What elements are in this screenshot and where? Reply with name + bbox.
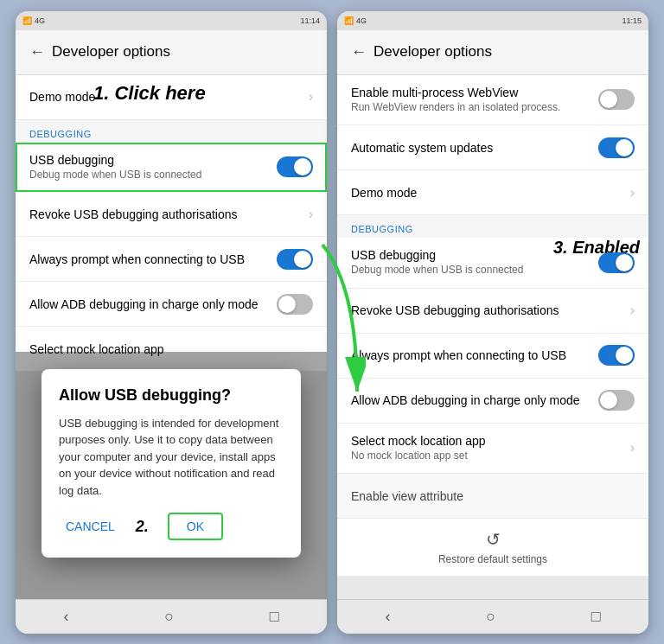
dialog-overlay: Allow USB debugging? USB debugging is in… xyxy=(16,352,327,599)
home-nav-icon-right[interactable]: ○ xyxy=(486,608,495,626)
status-bar-left: 📶 4G 11:14 xyxy=(16,11,327,30)
usb-debug-subtitle-right: Debug mode when USB is connected xyxy=(351,264,591,277)
right-scroll-content: Enable multi-process WebView Run WebView… xyxy=(337,75,648,599)
allow-adb-item-right[interactable]: Allow ADB debugging in charge only mode xyxy=(337,379,648,424)
usb-debug-subtitle-left: Debug mode when USB is connected xyxy=(29,169,270,182)
enable-view-item[interactable]: Enable view attribute xyxy=(337,474,648,519)
right-phone: 📶 4G 11:15 ← Developer options Enable mu… xyxy=(337,11,648,634)
right-app-bar: ← Developer options xyxy=(337,30,648,75)
back-nav-icon-right[interactable]: ‹ xyxy=(385,608,390,626)
debugging-section-left: DEBUGGING xyxy=(16,120,327,143)
dialog-actions: CANCEL 2. OK xyxy=(59,513,284,540)
always-prompt-title-left: Always prompt when connecting to USB xyxy=(29,252,270,266)
usb-debugging-item-left[interactable]: USB debugging Debug mode when USB is con… xyxy=(16,143,327,193)
click-annotation: 1. Click here xyxy=(93,82,206,105)
revoke-usb-title-left: Revoke USB debugging authorisations xyxy=(29,207,302,221)
demo-mode-item-right[interactable]: Demo mode › xyxy=(337,170,648,215)
recent-nav-icon-left[interactable]: □ xyxy=(270,608,279,626)
allow-adb-title-left: Allow ADB debugging in charge only mode xyxy=(29,297,270,311)
multiprocess-subtitle: Run WebView renders in an isolated proce… xyxy=(351,101,591,115)
select-mock-item-right[interactable]: Select mock location app No mock locatio… xyxy=(337,424,648,475)
right-app-title: Developer options xyxy=(374,43,492,61)
usb-debug-dialog: Allow USB debugging? USB debugging is in… xyxy=(42,369,301,558)
allow-adb-toggle-left[interactable] xyxy=(277,294,313,315)
multiprocess-item[interactable]: Enable multi-process WebView Run WebView… xyxy=(337,75,648,126)
home-nav-icon-left[interactable]: ○ xyxy=(164,608,174,626)
usb-debug-toggle-left[interactable] xyxy=(277,156,313,177)
restore-icon: ↺ xyxy=(486,529,501,550)
time-right: 11:15 xyxy=(622,16,642,25)
auto-updates-title: Automatic system updates xyxy=(351,141,591,155)
ok-button[interactable]: OK xyxy=(168,513,223,540)
multiprocess-text: Enable multi-process WebView Run WebView… xyxy=(351,86,591,115)
multiprocess-toggle[interactable] xyxy=(598,89,635,110)
revoke-usb-chevron-right: › xyxy=(630,303,635,318)
signal-icon-right: 📶 xyxy=(344,16,354,25)
demo-mode-title-right: Demo mode xyxy=(351,186,623,200)
multiprocess-title: Enable multi-process WebView xyxy=(351,86,591,99)
allow-adb-text-right: Allow ADB debugging in charge only mode xyxy=(351,393,591,407)
revoke-usb-item-left[interactable]: Revoke USB debugging authorisations › xyxy=(16,192,327,237)
always-prompt-toggle-right[interactable] xyxy=(598,345,635,366)
cancel-button[interactable]: CANCEL xyxy=(59,514,122,539)
dialog-body: USB debugging is intended for developmen… xyxy=(59,415,284,500)
usb-debug-toggle-right[interactable] xyxy=(598,252,635,273)
network-type: 4G xyxy=(35,16,45,25)
select-mock-chevron-right: › xyxy=(630,440,635,456)
allow-adb-item-left[interactable]: Allow ADB debugging in charge only mode xyxy=(16,282,327,327)
demo-mode-text-right: Demo mode xyxy=(351,186,623,200)
revoke-usb-text-right: Revoke USB debugging authorisations xyxy=(351,303,623,317)
always-prompt-title-right: Always prompt when connecting to USB xyxy=(351,348,591,362)
always-prompt-toggle-left[interactable] xyxy=(277,249,313,270)
status-bar-right-left-icons: 📶 4G xyxy=(344,16,367,25)
left-app-title: Developer options xyxy=(52,43,170,61)
revoke-usb-chevron-left: › xyxy=(309,207,313,222)
demo-mode-label-left: Demo mode xyxy=(29,90,95,104)
always-prompt-item-left[interactable]: Always prompt when connecting to USB xyxy=(16,237,327,282)
auto-updates-item[interactable]: Automatic system updates xyxy=(337,125,648,170)
always-prompt-text-right: Always prompt when connecting to USB xyxy=(351,348,591,362)
demo-mode-chevron-right: › xyxy=(630,185,635,201)
auto-updates-text: Automatic system updates xyxy=(351,141,591,155)
status-bar-right-right-icons: 11:15 xyxy=(622,16,642,25)
status-bar-right-icons: 11:14 xyxy=(300,16,320,25)
usb-debug-text-left: USB debugging Debug mode when USB is con… xyxy=(29,153,270,182)
nav-bar-left: ‹ ○ □ xyxy=(16,599,327,634)
select-mock-subtitle-right: No mock location app set xyxy=(351,450,623,463)
select-mock-text-right: Select mock location app No mock locatio… xyxy=(351,434,623,463)
back-button-left[interactable]: ← xyxy=(29,43,45,61)
back-nav-icon-left[interactable]: ‹ xyxy=(63,608,68,626)
restore-default-item[interactable]: ↺ Restore default settings xyxy=(337,519,648,577)
dialog-title: Allow USB debugging? xyxy=(59,386,284,405)
enable-view-text: Enable view attribute xyxy=(351,489,635,503)
right-phone-content: ← Developer options Enable multi-process… xyxy=(337,30,648,634)
back-button-right[interactable]: ← xyxy=(351,43,367,61)
usb-debugging-item-right[interactable]: USB debugging Debug mode when USB is con… xyxy=(337,238,648,289)
always-prompt-text-left: Always prompt when connecting to USB xyxy=(29,252,270,266)
left-phone-content: ← Developer options Demo mode 1. Click h… xyxy=(16,30,327,634)
left-scroll-content: Demo mode 1. Click here › DEBUGGING USB … xyxy=(16,75,327,599)
revoke-usb-text-left: Revoke USB debugging authorisations xyxy=(29,207,302,221)
usb-debug-title-left: USB debugging xyxy=(29,153,270,167)
recent-nav-icon-right[interactable]: □ xyxy=(591,608,601,626)
debugging-section-right: DEBUGGING xyxy=(337,215,648,238)
revoke-usb-item-right[interactable]: Revoke USB debugging authorisations › xyxy=(337,289,648,334)
left-app-bar: ← Developer options xyxy=(16,30,327,75)
status-bar-right: 📶 4G 11:15 xyxy=(337,11,648,30)
left-phone: 📶 4G 11:14 ← Developer options Demo mode… xyxy=(16,11,327,634)
time-left: 11:14 xyxy=(300,16,320,25)
restore-label: Restore default settings xyxy=(438,553,547,565)
demo-mode-item-left[interactable]: Demo mode 1. Click here › xyxy=(16,75,327,120)
status-bar-left-icons: 📶 4G xyxy=(22,16,45,25)
allow-adb-toggle-right[interactable] xyxy=(598,390,635,411)
signal-icon: 📶 xyxy=(22,16,32,25)
allow-adb-title-right: Allow ADB debugging in charge only mode xyxy=(351,393,591,407)
select-mock-title-right: Select mock location app xyxy=(351,434,623,448)
enable-view-title: Enable view attribute xyxy=(351,489,635,503)
demo-mode-chevron: › xyxy=(309,89,313,105)
allow-adb-text-left: Allow ADB debugging in charge only mode xyxy=(29,297,270,311)
auto-updates-toggle[interactable] xyxy=(598,137,635,158)
always-prompt-item-right[interactable]: Always prompt when connecting to USB xyxy=(337,334,648,379)
network-type-right: 4G xyxy=(356,16,367,25)
revoke-usb-title-right: Revoke USB debugging authorisations xyxy=(351,303,623,317)
